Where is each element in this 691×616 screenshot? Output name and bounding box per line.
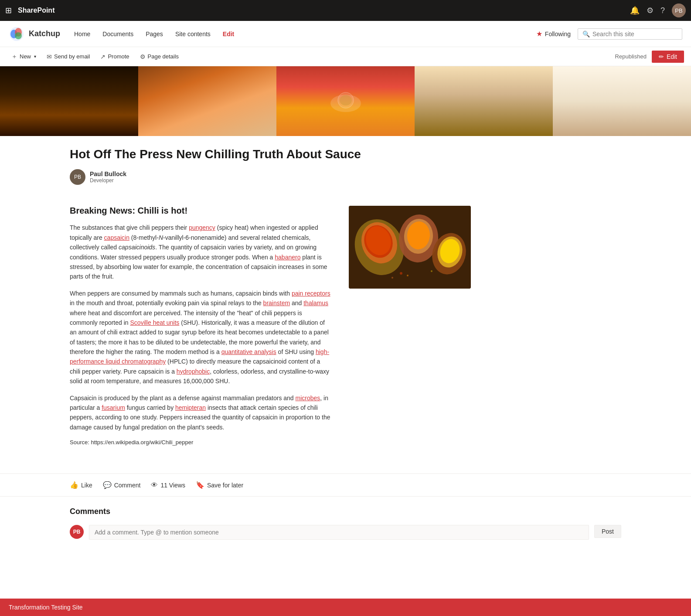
link-microbes[interactable]: microbes: [296, 395, 320, 402]
search-icon: 🔍: [582, 31, 590, 37]
user-avatar[interactable]: PB: [672, 3, 686, 17]
comment-button[interactable]: 💬 Comment: [103, 479, 141, 491]
nav-home[interactable]: Home: [69, 27, 95, 41]
hero-image: [0, 66, 691, 136]
search-input[interactable]: [592, 31, 677, 37]
comment-input[interactable]: [89, 525, 589, 540]
new-button[interactable]: ＋ New ▾: [7, 50, 41, 63]
republished-status: Republished: [615, 53, 647, 60]
link-fusarium[interactable]: fusarium: [102, 404, 125, 411]
link-brainstem[interactable]: brainstem: [263, 299, 290, 306]
article-paragraph-3: Capsaicin is produced by the plant as a …: [70, 393, 331, 432]
site-name: Katchup: [29, 29, 60, 38]
spice-image: [349, 206, 471, 289]
nav-documents[interactable]: Documents: [97, 27, 139, 41]
email-icon: ✉: [47, 53, 52, 60]
link-hplc[interactable]: high-performance liquid chromatography: [70, 348, 329, 365]
author-section: PB Paul Bullock Developer: [70, 169, 621, 185]
views-count: 👁 11 Views: [151, 480, 185, 491]
food-icon: [328, 88, 363, 114]
post-button[interactable]: Post: [594, 525, 621, 538]
settings-icon[interactable]: ⚙: [647, 6, 654, 15]
site-nav: Home Documents Pages Site contents Edit: [69, 27, 239, 41]
comments-section: Comments PB Post: [0, 497, 691, 566]
svg-point-18: [400, 272, 402, 275]
help-icon[interactable]: ?: [660, 6, 665, 15]
svg-point-21: [431, 270, 432, 272]
author-avatar[interactable]: PB: [70, 169, 85, 185]
link-hemipteran[interactable]: hemipteran: [175, 404, 206, 411]
comment-icon: 💬: [103, 481, 112, 489]
link-capsaicin[interactable]: capsaicin: [104, 234, 129, 241]
edit-pencil-icon: ✏: [659, 53, 664, 60]
source-line: Source: https://en.wikipedia.org/wiki/Ch…: [70, 439, 331, 446]
comment-input-row: PB Post: [70, 525, 621, 540]
link-quantitative-analysis[interactable]: quantitative analysis: [221, 348, 276, 355]
svg-point-3: [15, 32, 22, 39]
link-pungency[interactable]: pungency: [189, 224, 215, 231]
main-content: Breaking News: Chilli is hot! The substa…: [0, 192, 691, 459]
nav-pages[interactable]: Pages: [140, 27, 168, 41]
views-icon: 👁: [151, 481, 158, 489]
nav-site-contents[interactable]: Site contents: [170, 27, 216, 41]
like-icon: 👍: [70, 481, 78, 489]
send-by-email-button[interactable]: ✉ Send by email: [42, 51, 94, 63]
following-star-icon: ★: [536, 30, 542, 38]
link-habanero[interactable]: habanero: [275, 254, 300, 261]
svg-point-19: [407, 275, 408, 276]
article-paragraph-2: When peppers are consumed by mammals suc…: [70, 289, 331, 386]
top-bar: ⊞ SharePoint 🔔 ⚙ ? PB: [0, 0, 691, 21]
waffle-icon[interactable]: ⊞: [5, 6, 12, 15]
link-scoville[interactable]: Scoville heat units: [130, 319, 180, 326]
edit-button[interactable]: ✏ Edit: [652, 51, 684, 63]
article-body: Breaking News: Chilli is hot! The substa…: [70, 206, 331, 446]
svg-point-20: [391, 277, 393, 279]
site-header: Katchup Home Documents Pages Site conten…: [0, 21, 691, 47]
author-role: Developer: [90, 177, 126, 184]
article-header: Hot Off The Press New Chilling Truth Abo…: [0, 136, 691, 192]
like-button[interactable]: 👍 Like: [70, 479, 92, 491]
details-icon: ⚙: [140, 53, 146, 60]
svg-point-6: [340, 95, 352, 106]
link-hydrophobic[interactable]: hydrophobic: [177, 368, 210, 375]
bookmark-icon: 🔖: [196, 481, 204, 489]
search-box[interactable]: 🔍: [578, 28, 682, 40]
commenter-avatar: PB: [70, 525, 84, 539]
link-thalamus[interactable]: thalamus: [303, 299, 328, 306]
notification-icon[interactable]: 🔔: [630, 6, 640, 15]
following-button[interactable]: ★ Following: [536, 30, 571, 38]
link-pain-receptors[interactable]: pain receptors: [292, 290, 330, 297]
article-sidebar: [349, 206, 471, 446]
engagement-bar: 👍 Like 💬 Comment 👁 11 Views 🔖 Save for l…: [0, 473, 691, 497]
promote-icon: ↗: [100, 53, 106, 60]
site-logo[interactable]: Katchup: [9, 26, 60, 42]
sharepoint-logo: SharePoint: [18, 7, 54, 14]
article-heading: Breaking News: Chilli is hot!: [70, 206, 331, 216]
save-for-later-button[interactable]: 🔖 Save for later: [196, 479, 243, 491]
site-logo-icon: [9, 26, 24, 42]
page-details-button[interactable]: ⚙ Page details: [136, 51, 184, 63]
dropdown-arrow-icon: ▾: [34, 54, 36, 59]
add-icon: ＋: [11, 53, 17, 61]
comments-title: Comments: [70, 507, 621, 516]
article-paragraph-1: The substances that give chili peppers t…: [70, 223, 331, 281]
spice-svg: [349, 206, 471, 289]
nav-edit[interactable]: Edit: [218, 27, 239, 41]
toolbar: ＋ New ▾ ✉ Send by email ↗ Promote ⚙ Page…: [0, 47, 691, 66]
promote-button[interactable]: ↗ Promote: [96, 51, 133, 63]
author-name: Paul Bullock: [90, 170, 126, 177]
article-title: Hot Off The Press New Chilling Truth Abo…: [70, 146, 621, 162]
